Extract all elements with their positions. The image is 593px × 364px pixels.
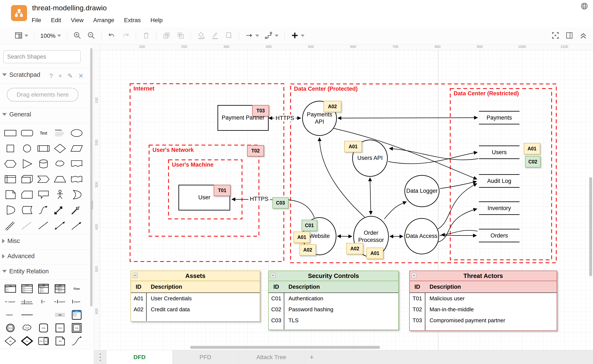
shape-er-pk-uid-bar[interactable]: PKuniqueId [52,295,68,308]
shape-line[interactable] [35,218,52,233]
shape-er-hline[interactable] [19,308,35,321]
shape-diamond[interactable] [52,141,68,156]
shape-directional-connector[interactable] [68,218,85,233]
shape-er-uid[interactable]: uniqueId [2,308,19,321]
shape-dotted-line[interactable] [19,218,35,233]
edge-data-logger-to-store-audit-log[interactable] [440,181,477,188]
node-data-logger[interactable]: Data Logger [404,175,439,207]
sidebar-resize-grip[interactable] [91,201,94,209]
shape-cube[interactable] [19,171,35,187]
badge-asset-a01[interactable]: A01 [344,141,362,152]
badge-asset-a02[interactable]: A02 [323,101,341,112]
shape-er-pk-uid[interactable]: PKuniqueId [2,295,19,308]
node-data-access[interactable]: Data Access [404,218,439,254]
shape-er-row-bar[interactable]: row [35,295,52,308]
canvas-horizontal-scrollbar[interactable] [190,346,380,349]
shape-er-entity-round[interactable]: Entity [35,321,52,334]
collapse-icon[interactable]: − [270,273,275,278]
table-row[interactable]: T02Man-in-the-middle [410,304,557,315]
table-assets[interactable]: −AssetsIDDescriptionA01User CredentialsA… [130,271,260,322]
menu-edit[interactable]: Edit [51,17,61,24]
edge-payments-api-to-store-payments[interactable] [338,118,478,118]
collapse-icon[interactable] [579,31,587,40]
badge-control-c01[interactable]: C01 [302,220,317,231]
zoom-out-button[interactable] [87,31,95,40]
scratchpad-pencil-icon[interactable]: ✎ [67,72,73,79]
shape-text[interactable]: Text [35,125,52,141]
shape-er-has-bold[interactable]: Has [19,334,35,348]
sidebar-section-general[interactable]: General [0,111,89,118]
table-threat-actors[interactable]: −Threat ActorsIDDescriptionT01Malicious … [409,271,557,331]
add-page-button[interactable]: + [304,350,319,364]
page-tab-pfd[interactable]: PFD [173,350,238,364]
shape-card[interactable] [19,187,35,202]
shape-er-blank[interactable] [35,308,52,321]
edge-label-e15[interactable]: HTTPS [249,195,270,202]
shape-cloud[interactable] [52,156,68,171]
undo-button[interactable] [108,31,116,40]
badge-threat-t02[interactable]: T02 [247,145,264,156]
scratchpad-drop-area[interactable]: Drag elements here [7,88,79,102]
table-row[interactable]: C01Authentication [269,293,398,304]
shape-callout[interactable] [35,187,52,202]
diagram-canvas[interactable]: InternetUser's NetworkUser's MachineData… [100,51,593,350]
menu-arrange[interactable]: Arrange [93,17,115,24]
table-row[interactable]: T01Malicious user [410,293,557,304]
table-row[interactable]: C03TLS [269,315,398,326]
menu-view[interactable]: View [71,17,83,24]
shape-actor[interactable] [52,187,68,202]
shape-er-pk-uid-div[interactable]: PKuniqueId [19,295,35,308]
search-input[interactable] [7,54,82,60]
menu-extras[interactable]: Extras [124,17,141,24]
pageview-button[interactable] [14,31,28,40]
datastore-store-users[interactable]: Users [479,145,519,159]
sidebar-section-entity-relation[interactable]: Entity Relation [0,268,89,275]
shape-document[interactable] [68,156,85,171]
scratchpad-close-icon[interactable]: ✕ [78,72,84,79]
shape-and[interactable] [2,202,19,218]
shape-er-has[interactable]: Has [2,334,19,348]
datastore-store-orders[interactable]: Orders [479,229,519,242]
page-tab-attack-tree[interactable]: Attack Tree [238,350,304,364]
shape-arrow[interactable] [68,202,85,218]
shape-er-title[interactable]: Title [52,308,68,321]
shape-bidirectional-connector[interactable] [52,218,68,233]
shape-hexagon[interactable] [2,156,19,171]
shape-parallelogram[interactable] [68,141,85,156]
datastore-store-inventory[interactable]: Inventory [479,202,519,215]
badge-control-c03[interactable]: C03 [272,197,289,208]
scratchpad-add-icon[interactable]: + [58,72,62,79]
shape-er-attribute[interactable]: Attribute [2,321,19,334]
edge-users-api-to-store-users[interactable] [388,152,478,164]
pages-menu-icon[interactable] [94,350,107,364]
shape-er-main-sub[interactable]: mainsub [35,334,52,348]
connection-button[interactable] [245,31,259,40]
shape-step[interactable] [35,171,52,187]
search-shapes-box[interactable] [3,50,81,63]
edge-label-e1[interactable]: HTTPS [274,115,296,122]
badge-asset-a01[interactable]: A01 [366,247,383,259]
table-row[interactable]: A02Credit card data [131,304,260,315]
shape-note[interactable] [2,187,19,202]
shape-data-storage[interactable] [19,202,35,218]
shape-ellipse[interactable] [68,125,85,141]
datastore-store-payments[interactable]: Payments [479,111,519,124]
shape-or[interactable] [68,187,85,202]
scratchpad-help-icon[interactable]: ? [49,72,53,79]
badge-asset-a02[interactable]: A02 [299,244,316,256]
shape-curve[interactable] [35,202,52,218]
shape-rounded-rectangle[interactable] [19,125,35,141]
shape-er-table[interactable]: TableRow 1Row 2Row 3 [2,282,19,295]
table-row[interactable]: A01User Credentials [131,293,260,304]
badge-asset-a02[interactable]: A02 [346,243,363,254]
zoom-in-button[interactable] [73,31,81,40]
edge-users-api-to-order-processor[interactable] [370,178,371,215]
shape-tape[interactable] [68,171,85,187]
edge-store-users-to-users-api[interactable] [389,149,478,160]
shape-circle[interactable] [19,141,35,156]
shape-er-table-pkfk[interactable]: TablePK,FK1Row 1PK,FK2Row 2Row 1 [52,282,68,295]
shape-er-cloud[interactable]: Cloud [19,321,35,334]
edge-data-access-to-store-orders[interactable] [440,235,477,236]
shape-textbox[interactable]: Heading [52,125,68,141]
zoomlabel-dropdown[interactable]: 100% [40,32,61,39]
